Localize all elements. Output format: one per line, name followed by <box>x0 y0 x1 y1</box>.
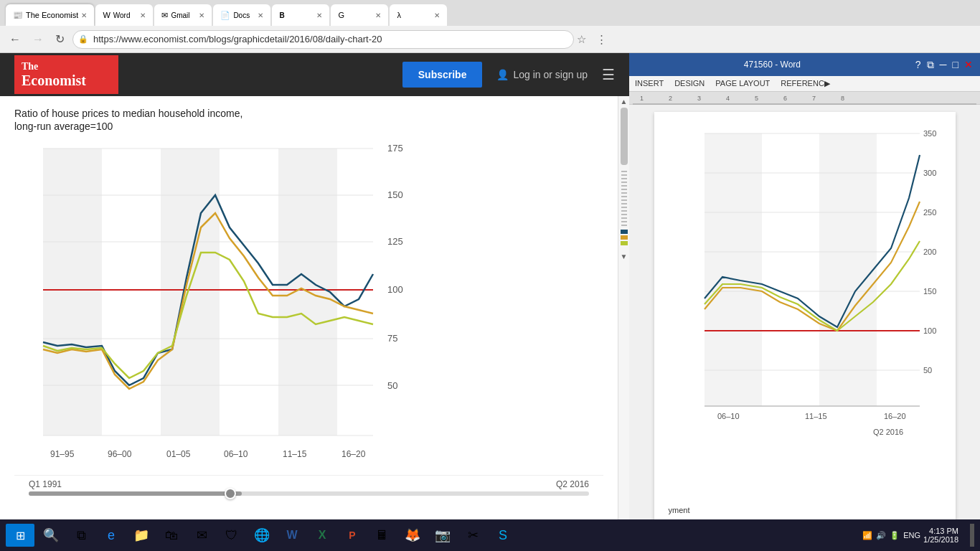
slider-fill <box>29 491 242 496</box>
bookmark-icon[interactable]: ☆ <box>574 33 589 46</box>
address-input[interactable] <box>72 30 574 49</box>
login-button[interactable]: 👤 Log in or sign up <box>496 69 588 80</box>
tab-close[interactable]: ✕ <box>375 11 381 19</box>
slider-labels: Q1 1991 Q2 2016 <box>29 479 589 489</box>
volume-icon[interactable]: 🔊 <box>876 531 886 540</box>
taskbar-explorer[interactable]: 📁 <box>128 522 155 548</box>
taskbar-search[interactable]: 🔍 <box>37 522 65 548</box>
svg-text:16–20: 16–20 <box>884 412 906 420</box>
back-button[interactable]: ← <box>6 32 24 47</box>
address-bar: ← → ↻ 🔒 ☆ ⋮ <box>0 26 980 53</box>
forward-button[interactable]: → <box>29 32 47 47</box>
svg-text:350: 350 <box>923 129 936 138</box>
reload-button[interactable]: ↻ <box>52 31 68 47</box>
economist-logo[interactable]: The Economist <box>14 55 118 93</box>
user-icon: 👤 <box>496 69 509 80</box>
ruler-svg: 1 2 3 4 5 6 7 8 <box>633 92 976 105</box>
slider-right-label: Q2 2016 <box>556 479 589 489</box>
taskbar-camera[interactable]: 📷 <box>429 522 456 548</box>
network-icon[interactable]: 📶 <box>862 531 872 540</box>
tab-close[interactable]: ✕ <box>434 11 440 19</box>
taskbar-skype[interactable]: S <box>489 522 517 548</box>
svg-text:2: 2 <box>669 95 672 102</box>
slider-track <box>29 491 589 496</box>
taskbar-powerpoint[interactable]: P <box>339 522 366 548</box>
taskbar-system-tray: 📶 🔊 🔋 ENG <box>862 531 920 540</box>
svg-text:11–15: 11–15 <box>283 449 307 459</box>
tab-bar: 📰 The Economist ✕ W Word ✕ ✉ Gmail ✕ 📄 D… <box>0 0 980 26</box>
tab-google[interactable]: G ✕ <box>331 4 388 26</box>
tab-close[interactable]: ✕ <box>316 11 322 19</box>
taskbar-lang[interactable]: ENG <box>903 531 920 540</box>
tab-label: The Economist <box>26 11 78 19</box>
tab-word[interactable]: W Word ✕ <box>95 4 153 26</box>
taskbar-calculator[interactable]: 🖩 <box>369 522 396 548</box>
tab-lambda[interactable]: λ ✕ <box>390 4 447 26</box>
tab-close[interactable]: ✕ <box>258 11 263 19</box>
site-header: The Economist Subscribe 👤 Log in or sign… <box>0 53 629 96</box>
taskbar-chrome[interactable]: 🌐 <box>248 522 275 548</box>
show-desktop[interactable] <box>970 524 974 547</box>
subscribe-button[interactable]: Subscribe <box>402 62 483 88</box>
ribbon-tab-references[interactable]: REFERENC▶ <box>781 79 830 88</box>
svg-rect-33 <box>705 133 762 406</box>
restore-icon[interactable]: ⧉ <box>927 59 934 71</box>
svg-text:125: 125 <box>387 236 403 247</box>
tab-close[interactable]: ✕ <box>81 11 87 19</box>
taskbar-edge[interactable]: e <box>98 522 125 548</box>
logo-economist: Economist <box>22 72 111 88</box>
address-wrap: 🔒 ☆ <box>72 30 589 49</box>
svg-text:Q2 2016: Q2 2016 <box>873 428 903 436</box>
svg-text:6: 6 <box>783 95 787 102</box>
minimize-icon[interactable]: ─ <box>940 59 947 71</box>
svg-text:5: 5 <box>755 95 758 102</box>
tab-docs[interactable]: 📄 Docs ✕ <box>213 4 270 26</box>
tab-favicon: W <box>103 11 110 19</box>
browser-menu-icon[interactable]: ⋮ <box>593 33 610 46</box>
svg-text:100: 100 <box>923 326 936 335</box>
taskbar-mail[interactable]: ✉ <box>188 522 215 548</box>
svg-text:4: 4 <box>726 95 730 102</box>
svg-text:200: 200 <box>923 248 936 256</box>
taskbar-store[interactable]: 🛍 <box>158 522 185 548</box>
taskbar-word[interactable]: W <box>278 522 306 548</box>
svg-text:16–20: 16–20 <box>341 449 366 459</box>
close-icon[interactable]: ✕ <box>964 59 973 71</box>
taskbar-firefox[interactable]: 🦊 <box>399 522 426 548</box>
start-button[interactable]: ⊞ <box>6 524 34 547</box>
chart-title: Ratio of house prices to median househol… <box>14 107 603 133</box>
svg-text:96–00: 96–00 <box>108 449 132 459</box>
ribbon-tab-page-layout[interactable]: PAGE LAYOUT <box>715 79 770 88</box>
ribbon-tab-design[interactable]: DESIGN <box>674 79 705 88</box>
word-window-controls: ? ⧉ ─ □ ✕ <box>915 59 973 71</box>
tab-close[interactable]: ✕ <box>140 11 146 19</box>
taskbar-excel[interactable]: X <box>308 522 336 548</box>
maximize-icon[interactable]: □ <box>953 59 958 71</box>
active-tab[interactable]: 📰 The Economist ✕ <box>6 4 94 26</box>
tab-close[interactable]: ✕ <box>199 11 204 19</box>
svg-text:100: 100 <box>387 284 403 295</box>
scrollbar-thumb[interactable] <box>621 108 628 165</box>
svg-text:75: 75 <box>387 333 397 344</box>
chart-container: 175 150 125 100 75 50 <box>14 141 416 471</box>
browser-scrollbar[interactable]: ▲ <box>618 96 629 551</box>
slider-thumb[interactable] <box>225 488 236 499</box>
hamburger-button[interactable]: ☰ <box>602 66 615 83</box>
taskbar-task-view[interactable]: ⧉ <box>67 522 95 548</box>
taskbar-clock[interactable]: 4:13 PM 1/25/2018 <box>923 527 964 544</box>
svg-text:50: 50 <box>923 366 932 375</box>
taskbar-snip[interactable]: ✂ <box>459 522 486 548</box>
tab-gmail[interactable]: ✉ Gmail ✕ <box>154 4 212 26</box>
tab-favicon: ✉ <box>161 11 168 20</box>
tab-b[interactable]: B ✕ <box>272 4 329 26</box>
svg-text:250: 250 <box>923 208 936 217</box>
help-icon[interactable]: ? <box>915 59 921 71</box>
ribbon-tab-insert[interactable]: INSERT <box>635 79 664 88</box>
tab-favicon: 📰 <box>13 11 23 20</box>
svg-text:01–05: 01–05 <box>166 449 191 459</box>
taskbar-windows-defender[interactable]: 🛡 <box>218 522 245 548</box>
svg-rect-1 <box>161 149 220 435</box>
word-page: 350 300 250 200 150 100 50 <box>654 112 956 528</box>
battery-icon[interactable]: 🔋 <box>890 531 900 540</box>
svg-text:1: 1 <box>640 95 644 102</box>
